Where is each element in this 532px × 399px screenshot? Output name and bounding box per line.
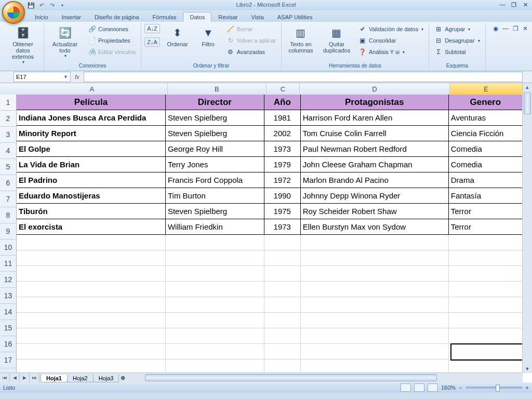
close-button[interactable]: ✕ — [521, 1, 530, 8]
cell[interactable] — [264, 360, 301, 373]
cell[interactable] — [264, 344, 301, 360]
cell[interactable]: Terry Jones — [166, 157, 264, 172]
cell[interactable]: Tim Burton — [166, 188, 264, 204]
cell[interactable]: 2002 — [264, 126, 301, 141]
row-header-10[interactable]: 10 — [0, 240, 17, 256]
cell[interactable] — [166, 297, 264, 313]
cell[interactable]: Indiana Jones Busca Arca Perdida — [17, 110, 166, 126]
cell[interactable] — [166, 235, 264, 250]
cell[interactable] — [166, 328, 264, 344]
col-header-A[interactable]: A — [17, 83, 168, 95]
cell[interactable] — [264, 266, 301, 282]
cell[interactable]: 1981 — [264, 110, 301, 126]
cell[interactable]: Genero — [449, 95, 523, 110]
row-header-6[interactable]: 6 — [0, 175, 17, 191]
col-header-C[interactable]: C — [267, 83, 300, 95]
consolidate-button[interactable]: ▣Consolidar — [356, 35, 425, 46]
cell[interactable]: Eduardo Manostijeras — [17, 188, 166, 204]
cell[interactable] — [17, 282, 166, 297]
cell[interactable]: 1975 — [264, 204, 301, 219]
cell[interactable]: 1973 — [264, 219, 301, 235]
sheet-tab-hoja1[interactable]: Hoja1 — [41, 375, 68, 382]
sheet-last-icon[interactable]: ⏭ — [30, 373, 39, 382]
cell[interactable] — [17, 250, 166, 266]
cell[interactable] — [166, 344, 264, 360]
col-header-B[interactable]: B — [168, 83, 267, 95]
cell[interactable] — [301, 282, 449, 297]
sort-desc-button[interactable]: Z↓A — [144, 37, 160, 47]
cell[interactable]: Steven Spielberg — [166, 204, 264, 219]
fx-icon[interactable]: fx — [75, 74, 79, 80]
tab-inicio[interactable]: Inicio — [28, 12, 55, 22]
tab-insertar[interactable]: Insertar — [55, 12, 88, 22]
cell[interactable]: Película — [17, 95, 166, 110]
cell[interactable] — [166, 266, 264, 282]
zoom-slider[interactable] — [466, 387, 523, 389]
cell[interactable] — [17, 297, 166, 313]
sheet-first-icon[interactable]: ⏮ — [0, 373, 10, 382]
cell[interactable] — [449, 235, 523, 250]
col-header-E[interactable]: E — [450, 83, 523, 95]
cell[interactable] — [449, 250, 523, 266]
properties-button[interactable]: 📄Propiedades — [86, 35, 138, 46]
cell[interactable]: Año — [264, 95, 301, 110]
cell[interactable]: Terror — [449, 204, 523, 219]
cell-grid[interactable]: PelículaDirectorAñoProtagonistasGeneroIn… — [17, 95, 523, 373]
zoom-out-button[interactable]: − — [459, 384, 462, 391]
cell[interactable] — [301, 250, 449, 266]
subtotal-button[interactable]: ΣSubtotal — [432, 47, 482, 57]
cell[interactable] — [449, 266, 523, 282]
row-header-3[interactable]: 3 — [0, 127, 17, 143]
cell[interactable] — [449, 328, 523, 344]
cell[interactable] — [301, 297, 449, 313]
row-header-8[interactable]: 8 — [0, 207, 17, 223]
hscroll-thumb[interactable] — [145, 374, 437, 381]
cell[interactable] — [264, 297, 301, 313]
row-header-2[interactable]: 2 — [0, 111, 17, 127]
cell[interactable]: 1979 — [264, 157, 301, 172]
cell[interactable]: Ciencia Ficción — [449, 126, 523, 141]
cell[interactable]: Harrison Ford Karen Allen — [301, 110, 449, 126]
cell[interactable] — [301, 235, 449, 250]
cell[interactable] — [166, 360, 264, 373]
row-header-13[interactable]: 13 — [0, 288, 17, 304]
cell[interactable]: Paul Newman Robert Redford — [301, 141, 449, 157]
zoom-in-button[interactable]: + — [526, 384, 529, 391]
validation-button[interactable]: ✔Validación de datos▾ — [356, 24, 425, 34]
cell[interactable]: El Padrino — [17, 172, 166, 188]
row-header-1[interactable]: 1 — [0, 95, 17, 111]
cell[interactable] — [17, 360, 166, 373]
cell[interactable]: El Golpe — [17, 141, 166, 157]
cell[interactable]: El exorcista — [17, 219, 166, 235]
row-header-5[interactable]: 5 — [0, 159, 17, 175]
cell[interactable]: Terror — [449, 219, 523, 235]
cell[interactable] — [449, 344, 523, 360]
view-pagebreak-button[interactable] — [428, 383, 438, 392]
cell[interactable] — [17, 328, 166, 344]
cell[interactable] — [17, 344, 166, 360]
tab-datos[interactable]: Datos — [183, 12, 211, 22]
sheet-tab-hoja3[interactable]: Hoja3 — [93, 375, 119, 382]
cell[interactable]: Comedia — [449, 141, 523, 157]
redo-icon[interactable]: ↷ — [48, 1, 56, 9]
cell[interactable]: Steven Spielberg — [166, 126, 264, 141]
doc-close[interactable]: ✕ — [523, 25, 528, 32]
horizontal-scrollbar[interactable] — [136, 373, 523, 382]
cell[interactable]: Francis Ford Coppola — [166, 172, 264, 188]
scroll-thumb[interactable] — [524, 92, 531, 114]
new-sheet-icon[interactable]: ⊕ — [121, 375, 125, 381]
cell[interactable]: Protagonistas — [301, 95, 449, 110]
cell[interactable]: Drama — [449, 172, 523, 188]
restore-button[interactable]: ❐ — [509, 1, 518, 8]
row-header-4[interactable]: 4 — [0, 143, 17, 159]
cell[interactable]: Johnny Depp Winona Ryder — [301, 188, 449, 204]
row-header-16[interactable]: 16 — [0, 336, 17, 352]
row-header-12[interactable]: 12 — [0, 272, 17, 288]
cell[interactable]: Fantasía — [449, 188, 523, 204]
cell[interactable] — [264, 313, 301, 328]
sort-asc-button[interactable]: A↓Z — [144, 24, 160, 33]
cell[interactable]: Roy Scheider Robert Shaw — [301, 204, 449, 219]
cell[interactable] — [301, 266, 449, 282]
zoom-handle[interactable] — [496, 384, 500, 392]
cell[interactable] — [166, 282, 264, 297]
